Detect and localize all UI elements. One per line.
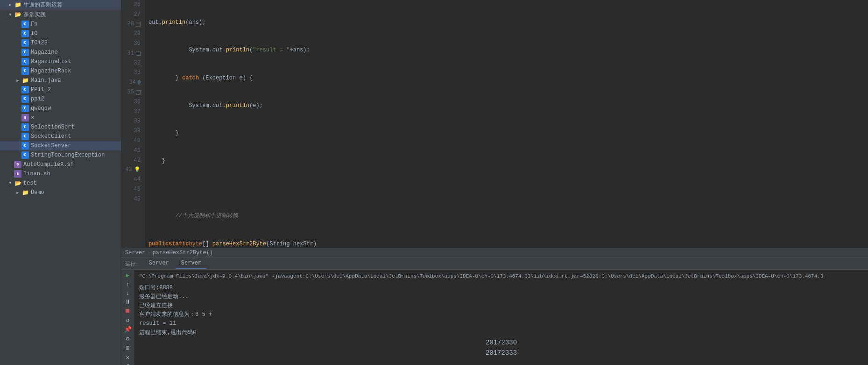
sidebar-item-socketserver[interactable]: C SocketServer	[0, 141, 121, 150]
java-icon-magazinerack: C	[21, 67, 29, 75]
java-icon-io: C	[21, 30, 29, 37]
code-line-28: } catch (Exception e) {	[148, 73, 864, 83]
java-icon-selectionsort: C	[21, 123, 29, 131]
sidebar-item-pp11[interactable]: C PP11_2	[0, 85, 121, 94]
run-label: 运行:	[125, 258, 139, 269]
sidebar-item-autocompile[interactable]: s AutoCompileX.sh	[0, 160, 121, 169]
java-icon-qweqqw: C	[21, 105, 29, 112]
bottom-content: ▶ ↑ ↓ ⏸ ⏹ ↺ 📌 ⚙ ⊞ ✕ 🖨 ⊟ ⊞ 🗑 ⚙	[121, 270, 868, 365]
folder-open-icon: 📂	[14, 11, 21, 19]
code-line-30: }	[148, 129, 864, 138]
code-editor[interactable]: out.println(ans); System.out.println("re…	[145, 0, 868, 248]
sidebar-item-fn[interactable]: C Fn	[0, 20, 121, 29]
sidebar-label-autocompile: AutoCompileX.sh	[23, 161, 74, 168]
sidebar-item-qweqqw[interactable]: C qweqqw	[0, 104, 121, 113]
sidebar-label-demo: Demo	[31, 189, 44, 196]
run-toolbar: ▶ ↑ ↓ ⏸ ⏹ ↺ 📌 ⚙ ⊞ ✕ 🖨 ⊟ ⊞ 🗑 ⚙	[121, 270, 134, 365]
java-icon-fn: C	[21, 21, 29, 28]
java-icon-stringtoolong: C	[21, 151, 29, 159]
sidebar-label-arithmetic: 牛逼的四则运算	[23, 1, 63, 9]
code-line-31: }	[148, 156, 864, 166]
sidebar-item-s[interactable]: s s	[0, 113, 121, 122]
pause-button[interactable]: ⏸	[123, 299, 133, 306]
restore-button[interactable]: ⊞	[123, 344, 133, 352]
sidebar-item-socketclient[interactable]: C SocketClient	[0, 132, 121, 141]
sidebar-item-magazine[interactable]: C Magazine	[0, 48, 121, 57]
breadcrumb: Server › parseHexStr2Byte()	[121, 248, 868, 258]
console-line-started: 服务器已经启动...	[139, 293, 863, 301]
sidebar-item-demo[interactable]: 📁 Demo	[0, 188, 121, 197]
folder-icon-mainjava: 📁	[21, 77, 29, 84]
pin-button[interactable]: 📌	[123, 326, 133, 333]
sidebar-item-classroom[interactable]: 📂 课堂实践	[0, 10, 121, 20]
print-button[interactable]: 🖨	[123, 363, 133, 365]
stop-button[interactable]: ⏹	[123, 308, 133, 315]
sidebar-label-magazinelist: MagazineList	[31, 58, 71, 65]
breadcrumb-method[interactable]: parseHexStr2Byte()	[152, 250, 213, 256]
code-line-33: //十六进制和十进制转换	[148, 212, 864, 222]
fold-icon-31[interactable]: −	[136, 51, 141, 56]
sidebar-item-test[interactable]: 📂 test	[0, 179, 121, 188]
tree-arrow-classroom	[7, 12, 13, 18]
java-icon-socketserver: C	[21, 142, 29, 150]
sidebar-item-io[interactable]: C IO	[0, 29, 121, 38]
center-number-2: 20172333	[139, 348, 863, 358]
tab-server2[interactable]: Server	[176, 258, 207, 269]
sh-icon-s: s	[21, 114, 29, 122]
sidebar-item-stringtoolong[interactable]: C StringTooLongException	[0, 150, 121, 160]
sidebar-item-selectionsort[interactable]: C SelectionSort	[0, 122, 121, 132]
sh-icon-linan: s	[14, 170, 21, 178]
sidebar-item-io123[interactable]: C IO123	[0, 38, 121, 48]
sidebar: 📁 牛逼的四则运算 📂 课堂实践 C Fn C IO C IO123 C	[0, 0, 121, 365]
breadcrumb-sep: ›	[147, 250, 150, 256]
tab-server1[interactable]: Server	[143, 258, 175, 269]
fold-icon-35[interactable]: −	[136, 90, 141, 95]
breadcrumb-server[interactable]: Server	[125, 250, 145, 256]
sidebar-label-stringtoolong: StringTooLongException	[31, 152, 105, 158]
sidebar-label-selectionsort: SelectionSort	[31, 124, 75, 130]
close-button[interactable]: ✕	[123, 354, 133, 361]
sidebar-label-s: s	[31, 115, 34, 121]
sidebar-label-magazinerack: MagazineRack	[31, 68, 71, 74]
sidebar-label-classroom: 课堂实践	[23, 11, 46, 19]
bulb-icon-43[interactable]: 💡	[134, 166, 141, 174]
bottom-panel: 运行: Server Server ▶ ↑ ↓ ⏸ ⏹ ↺ 📌	[121, 258, 868, 365]
scroll-up-button[interactable]: ↑	[123, 281, 133, 288]
sidebar-label-pp11: PP11_2	[31, 86, 51, 93]
sidebar-label-qweqqw: qweqqw	[31, 105, 51, 112]
tree-arrow-demo	[15, 190, 21, 195]
settings-button[interactable]: ⚙	[123, 335, 133, 343]
folder-icon: 📁	[14, 1, 21, 9]
sidebar-item-mainjava[interactable]: 📁 Main.java	[0, 76, 121, 85]
sidebar-item-pp12[interactable]: C pp12	[0, 94, 121, 104]
folder-icon-demo: 📁	[21, 189, 29, 196]
sidebar-item-magazinerack[interactable]: C MagazineRack	[0, 66, 121, 76]
console-output[interactable]: "C:\Program Files\Java\jdk-9.0.4\bin\jav…	[134, 270, 868, 365]
sidebar-label-io123: IO123	[31, 40, 48, 46]
code-line-32	[148, 184, 864, 193]
scroll-down-button[interactable]: ↓	[123, 290, 133, 297]
sidebar-label-fn: Fn	[31, 21, 37, 28]
folder-icon-test: 📂	[14, 179, 21, 187]
java-icon-magazine: C	[21, 49, 29, 56]
sidebar-label-test: test	[23, 180, 37, 186]
main-area: 📁 牛逼的四则运算 📂 课堂实践 C Fn C IO C IO123 C	[0, 0, 868, 365]
code-container[interactable]: 26 27 28− 29 30 31− 32 33 34@ 35− 36 37 …	[121, 0, 868, 248]
sidebar-item-magazinelist[interactable]: C MagazineList	[0, 57, 121, 66]
tree-arrow-test	[7, 180, 13, 186]
sidebar-label-socketclient: SocketClient	[31, 133, 71, 140]
console-line-port: 端口号:8888	[139, 284, 863, 293]
bottom-tabs: 运行: Server Server	[121, 258, 868, 270]
code-line-29: System.out.println(e);	[148, 101, 864, 111]
fold-icon-28[interactable]: −	[136, 22, 141, 27]
rerun-button[interactable]: ↺	[123, 316, 133, 324]
run-button[interactable]: ▶	[123, 272, 133, 279]
sidebar-label-pp12: pp12	[31, 96, 44, 102]
sidebar-item-linan[interactable]: s linan.sh	[0, 169, 121, 179]
editor-area: 26 27 28− 29 30 31− 32 33 34@ 35− 36 37 …	[121, 0, 868, 258]
sidebar-label-mainjava: Main.java	[31, 77, 61, 84]
sidebar-label-socketserver: SocketServer	[31, 143, 71, 149]
java-icon-magazinelist: C	[21, 58, 29, 65]
console-line-exit: 进程已结束,退出代码0	[139, 329, 863, 337]
sidebar-item-arithmetic[interactable]: 📁 牛逼的四则运算	[0, 0, 121, 10]
